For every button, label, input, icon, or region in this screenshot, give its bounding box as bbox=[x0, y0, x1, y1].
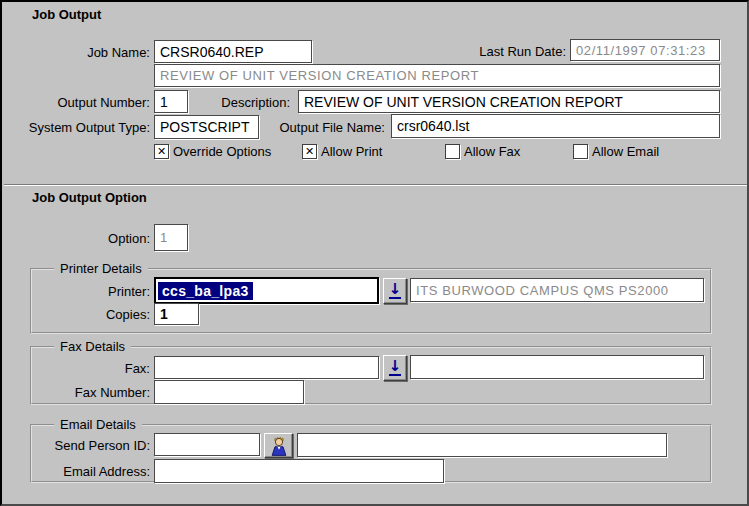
job-title-echo-field: REVIEW OF UNIT VERSION CREATION REPORT bbox=[154, 64, 720, 87]
send-person-id-field[interactable] bbox=[154, 433, 260, 456]
system-output-type-label: System Output Type: bbox=[12, 120, 150, 135]
printer-list-button[interactable]: ↓ bbox=[383, 278, 407, 304]
printer-label: Printer: bbox=[12, 284, 150, 299]
last-run-date-label: Last Run Date: bbox=[432, 44, 566, 59]
email-details-legend: Email Details bbox=[54, 417, 142, 432]
fax-field[interactable] bbox=[154, 356, 379, 379]
allow-email-label: Allow Email bbox=[592, 144, 659, 159]
section-separator bbox=[4, 184, 747, 186]
job-name-label: Job Name: bbox=[12, 45, 150, 60]
allow-print-label: Allow Print bbox=[321, 144, 382, 159]
fax-number-label: Fax Number: bbox=[12, 385, 150, 400]
fax-list-button[interactable]: ↓ bbox=[383, 355, 407, 381]
person-lookup-button[interactable] bbox=[264, 433, 293, 458]
fax-details-legend: Fax Details bbox=[54, 339, 131, 354]
checkbox-check-mark: ✕ bbox=[157, 146, 166, 157]
send-person-id-label: Send Person ID: bbox=[12, 438, 150, 453]
allow-print-checkbox[interactable]: ✕ bbox=[302, 144, 317, 159]
copies-label: Copies: bbox=[12, 307, 150, 322]
checkbox-check-mark: ✕ bbox=[305, 146, 314, 157]
send-person-name-field bbox=[297, 433, 667, 457]
printer-details-legend: Printer Details bbox=[54, 261, 148, 276]
allow-fax-checkbox[interactable] bbox=[445, 144, 460, 159]
printer-field[interactable]: ccs_ba_lpa3 bbox=[154, 277, 379, 304]
option-label: Option: bbox=[12, 231, 150, 246]
output-file-name-field[interactable]: crsr0640.lst bbox=[391, 114, 720, 138]
output-number-label: Output Number: bbox=[12, 95, 150, 110]
printer-selected-text: ccs_ba_lpa3 bbox=[158, 282, 253, 300]
fax-number-field[interactable] bbox=[154, 380, 304, 404]
allow-fax-label: Allow Fax bbox=[464, 144, 520, 159]
dropdown-arrow-icon: ↓ bbox=[389, 360, 402, 376]
system-output-type-field[interactable]: POSTSCRIPT bbox=[154, 115, 259, 139]
email-address-field[interactable] bbox=[154, 459, 444, 483]
job-name-field[interactable]: CRSR0640.REP bbox=[154, 40, 312, 63]
copies-field[interactable]: 1 bbox=[154, 303, 199, 325]
job-output-window: Job Output Job Name: CRSR0640.REP Last R… bbox=[0, 0, 749, 506]
description-field[interactable]: REVIEW OF UNIT VERSION CREATION REPORT bbox=[298, 90, 720, 113]
fax-label: Fax: bbox=[12, 361, 150, 376]
person-icon bbox=[269, 436, 289, 456]
fax-description-field bbox=[410, 355, 704, 379]
job-output-section-title: Job Output bbox=[32, 7, 101, 22]
output-file-name-label: Output File Name: bbox=[262, 120, 385, 135]
email-address-label: Email Address: bbox=[12, 464, 150, 479]
description-label: Description: bbox=[182, 95, 290, 110]
allow-email-checkbox[interactable] bbox=[573, 144, 588, 159]
last-run-date-field: 02/11/1997 07:31:23 bbox=[570, 39, 720, 61]
job-output-option-section-title: Job Output Option bbox=[32, 190, 147, 205]
override-options-checkbox[interactable]: ✕ bbox=[154, 144, 169, 159]
override-options-label: Override Options bbox=[173, 144, 271, 159]
option-field: 1 bbox=[154, 224, 188, 251]
printer-description-field: ITS BURWOOD CAMPUS QMS PS2000 bbox=[410, 278, 704, 302]
dropdown-arrow-icon: ↓ bbox=[389, 283, 402, 299]
